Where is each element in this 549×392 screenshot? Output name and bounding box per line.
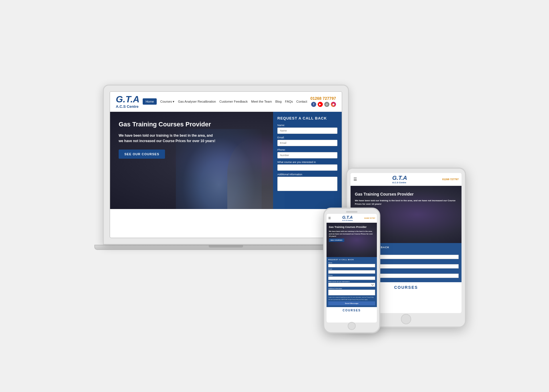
laptop-screen: G.T.A A.C.S Centre Home Courses Gas Anal… — [110, 91, 342, 238]
nav-meet-team-link[interactable]: Meet the Team — [251, 100, 272, 103]
tablet-logo: G.T.A A.C.S Centre — [392, 175, 407, 184]
social-icons-group: f ▶ @ ◉ — [311, 102, 336, 107]
phone-screen: ☰ G.T.A A.C.S Centre 01268 727797 Gas Tr… — [327, 214, 377, 323]
logo-acs-text: A.C.S Centre — [116, 104, 140, 109]
phone-name-input[interactable] — [328, 264, 375, 267]
phone-course-label: What course are you interested in — [328, 281, 375, 282]
scene: G.T.A A.C.S Centre Home Courses Gas Anal… — [89, 85, 460, 319]
tablet-phone: 01268 727797 — [442, 178, 459, 181]
nav-customer-feedback-link[interactable]: Customer Feedback — [219, 100, 248, 103]
additional-textarea[interactable] — [277, 177, 337, 191]
tablet-hero-title: Gas Training Courses Provider — [355, 192, 457, 197]
callback-form: REQUEST A CALL BACK Name: Email: Phone: … — [273, 112, 342, 209]
nav-courses-link[interactable]: Courses — [160, 100, 174, 104]
tablet-hero-subtitle: We have been told our training is the be… — [355, 199, 457, 206]
tablet-home-button[interactable] — [401, 314, 411, 324]
nav-contact-link[interactable]: Contact — [296, 100, 307, 103]
hero-content: Gas Training Courses Provider We have be… — [110, 112, 224, 168]
nav-home-link[interactable]: Home — [143, 98, 157, 105]
laptop-website: G.T.A A.C.S Centre Home Courses Gas Anal… — [110, 92, 342, 238]
phone-hero-subtitle: We have been told our training is the be… — [329, 230, 375, 237]
tablet-hamburger-icon[interactable]: ☰ — [353, 177, 357, 182]
site-logo: G.T.A A.C.S Centre — [116, 95, 140, 109]
nav-gas-analyser-link[interactable]: Gas Analyser Recalibration — [178, 100, 216, 103]
site-header: G.T.A A.C.S Centre Home Courses Gas Anal… — [110, 92, 342, 112]
phone-hero-title: Gas Training Courses Provider — [329, 226, 375, 229]
phone-send-button[interactable]: Send Message — [328, 301, 375, 305]
phone-name-label: Name: — [328, 262, 375, 264]
facebook-icon[interactable]: f — [311, 102, 316, 107]
nav-blog-link[interactable]: Blog — [275, 100, 282, 103]
course-label: What course are you interested in — [277, 161, 337, 164]
phone-logo: G.T.A A.C.S Centre — [342, 215, 353, 221]
laptop-base — [94, 245, 357, 250]
email-input[interactable] — [277, 140, 337, 146]
phone-logo-acs: A.C.S Centre — [342, 220, 353, 221]
phone-logo-gta: G.T.A — [342, 215, 353, 220]
phone-see-courses-button[interactable]: SEE COURSES — [329, 238, 344, 242]
phone-hero: Gas Training Courses Provider We have be… — [327, 223, 377, 257]
laptop-device: G.T.A A.C.S Centre Home Courses Gas Anal… — [103, 85, 349, 256]
see-courses-button[interactable]: SEE OUR COURSES — [119, 150, 165, 159]
phone-speaker — [346, 211, 357, 213]
phone-course-select[interactable] — [328, 283, 375, 287]
phone-home-button[interactable] — [348, 322, 356, 330]
phone-hero-content: Gas Training Courses Provider We have be… — [327, 223, 377, 245]
tablet-logo-acs: A.C.S Centre — [392, 181, 407, 184]
phone-hamburger-icon[interactable]: ☰ — [328, 216, 331, 220]
email-label: Email: — [277, 136, 337, 139]
callback-form-title: REQUEST A CALL BACK — [277, 116, 337, 120]
phone-header-phone: 01268 727797 — [364, 217, 375, 219]
phone-email-label: Email: — [328, 268, 375, 270]
hero-subtitle: We have been told our training is the be… — [119, 133, 216, 144]
additional-label: Additional Information — [277, 173, 337, 176]
instagram-icon[interactable]: ◉ — [331, 102, 336, 107]
phone-captcha-text: This site is protected by reCAPTCHA. Goo… — [328, 299, 375, 300]
phone-agree-text: I agree to be contacted regarding my que… — [328, 297, 375, 298]
phone-phone-label: Phone: — [328, 274, 375, 276]
name-label: Name: — [277, 124, 337, 127]
phone-header: ☰ G.T.A A.C.S Centre 01268 727797 — [327, 214, 377, 223]
tablet-header: ☰ G.T.A A.C.S Centre 01268 727797 — [351, 173, 462, 186]
course-input[interactable] — [277, 164, 337, 171]
youtube-icon[interactable]: ▶ — [318, 102, 323, 107]
tablet-logo-gta: G.T.A — [392, 175, 407, 181]
phone-label: Phone: — [277, 148, 337, 151]
phone-input[interactable] — [277, 152, 337, 158]
site-navigation: Home Courses Gas Analyser Recalibration … — [143, 98, 307, 105]
phone-device: ☰ G.T.A A.C.S Centre 01268 727797 Gas Tr… — [323, 208, 380, 333]
phone-website: ☰ G.T.A A.C.S Centre 01268 727797 Gas Tr… — [327, 214, 377, 323]
name-input[interactable] — [277, 128, 337, 134]
phone-email-input[interactable] — [328, 270, 375, 274]
laptop-notch — [209, 245, 243, 248]
phone-courses-section: COURSES — [327, 307, 377, 314]
phone-courses-title: COURSES — [328, 309, 375, 312]
phone-additional-textarea[interactable] — [328, 290, 375, 295]
logo-gta-text: G.T.A — [116, 95, 140, 104]
phone-cb-title: REQUEST A CALL BACK — [328, 259, 375, 260]
hero-title: Gas Training Courses Provider — [119, 120, 216, 129]
phone-additional-label: Additional Information — [328, 288, 375, 289]
nav-faqs-link[interactable]: FAQs — [285, 100, 293, 103]
laptop-frame: G.T.A A.C.S Centre Home Courses Gas Anal… — [103, 85, 349, 245]
site-hero: Gas Training Courses Provider We have be… — [110, 112, 342, 209]
phone-frame: ☰ G.T.A A.C.S Centre 01268 727797 Gas Tr… — [323, 208, 380, 333]
phone-callback-form: REQUEST A CALL BACK Name: Email: Phone: … — [327, 257, 377, 307]
header-right: 01268 727797 f ▶ @ ◉ — [310, 96, 336, 107]
header-phone: 01268 727797 — [310, 96, 336, 101]
phone-phone-input[interactable] — [328, 276, 375, 280]
email-icon[interactable]: @ — [324, 102, 329, 107]
